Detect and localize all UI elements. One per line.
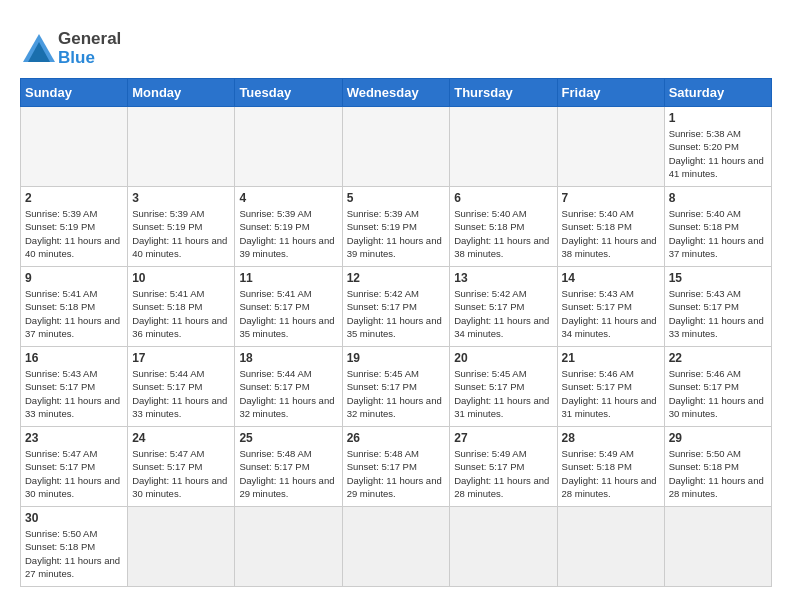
cell-content: Sunrise: 5:40 AMSunset: 5:18 PMDaylight:…	[454, 207, 552, 260]
calendar-cell: 12Sunrise: 5:42 AMSunset: 5:17 PMDayligh…	[342, 267, 450, 347]
week-row-2: 2Sunrise: 5:39 AMSunset: 5:19 PMDaylight…	[21, 187, 772, 267]
cell-content: Sunrise: 5:39 AMSunset: 5:19 PMDaylight:…	[25, 207, 123, 260]
week-row-3: 9Sunrise: 5:41 AMSunset: 5:18 PMDaylight…	[21, 267, 772, 347]
cell-content: Sunrise: 5:42 AMSunset: 5:17 PMDaylight:…	[347, 287, 446, 340]
week-row-5: 23Sunrise: 5:47 AMSunset: 5:17 PMDayligh…	[21, 427, 772, 507]
day-number: 8	[669, 191, 767, 205]
cell-content: Sunrise: 5:48 AMSunset: 5:17 PMDaylight:…	[347, 447, 446, 500]
logo: General Blue	[20, 30, 121, 68]
day-number: 10	[132, 271, 230, 285]
calendar-cell: 17Sunrise: 5:44 AMSunset: 5:17 PMDayligh…	[128, 347, 235, 427]
calendar-cell: 28Sunrise: 5:49 AMSunset: 5:18 PMDayligh…	[557, 427, 664, 507]
calendar-cell: 18Sunrise: 5:44 AMSunset: 5:17 PMDayligh…	[235, 347, 342, 427]
cell-content: Sunrise: 5:43 AMSunset: 5:17 PMDaylight:…	[562, 287, 660, 340]
calendar-cell	[235, 107, 342, 187]
calendar-cell: 21Sunrise: 5:46 AMSunset: 5:17 PMDayligh…	[557, 347, 664, 427]
week-row-6: 30Sunrise: 5:50 AMSunset: 5:18 PMDayligh…	[21, 507, 772, 587]
cell-content: Sunrise: 5:43 AMSunset: 5:17 PMDaylight:…	[669, 287, 767, 340]
week-row-1: 1Sunrise: 5:38 AMSunset: 5:20 PMDaylight…	[21, 107, 772, 187]
calendar-cell: 13Sunrise: 5:42 AMSunset: 5:17 PMDayligh…	[450, 267, 557, 347]
cell-content: Sunrise: 5:45 AMSunset: 5:17 PMDaylight:…	[454, 367, 552, 420]
day-number: 25	[239, 431, 337, 445]
day-number: 4	[239, 191, 337, 205]
day-number: 21	[562, 351, 660, 365]
cell-content: Sunrise: 5:46 AMSunset: 5:17 PMDaylight:…	[669, 367, 767, 420]
cell-content: Sunrise: 5:47 AMSunset: 5:17 PMDaylight:…	[132, 447, 230, 500]
calendar-cell	[557, 107, 664, 187]
day-number: 11	[239, 271, 337, 285]
day-number: 19	[347, 351, 446, 365]
logo-general: General	[58, 29, 121, 48]
day-number: 5	[347, 191, 446, 205]
cell-content: Sunrise: 5:44 AMSunset: 5:17 PMDaylight:…	[239, 367, 337, 420]
cell-content: Sunrise: 5:50 AMSunset: 5:18 PMDaylight:…	[669, 447, 767, 500]
logo-graphic	[20, 30, 58, 68]
calendar-cell: 2Sunrise: 5:39 AMSunset: 5:19 PMDaylight…	[21, 187, 128, 267]
cell-content: Sunrise: 5:49 AMSunset: 5:17 PMDaylight:…	[454, 447, 552, 500]
cell-content: Sunrise: 5:49 AMSunset: 5:18 PMDaylight:…	[562, 447, 660, 500]
cell-content: Sunrise: 5:40 AMSunset: 5:18 PMDaylight:…	[562, 207, 660, 260]
day-number: 24	[132, 431, 230, 445]
weekday-header-row: SundayMondayTuesdayWednesdayThursdayFrid…	[21, 79, 772, 107]
calendar-cell: 19Sunrise: 5:45 AMSunset: 5:17 PMDayligh…	[342, 347, 450, 427]
calendar-cell: 15Sunrise: 5:43 AMSunset: 5:17 PMDayligh…	[664, 267, 771, 347]
calendar-cell: 20Sunrise: 5:45 AMSunset: 5:17 PMDayligh…	[450, 347, 557, 427]
day-number: 12	[347, 271, 446, 285]
day-number: 20	[454, 351, 552, 365]
calendar-cell: 8Sunrise: 5:40 AMSunset: 5:18 PMDaylight…	[664, 187, 771, 267]
cell-content: Sunrise: 5:39 AMSunset: 5:19 PMDaylight:…	[132, 207, 230, 260]
day-number: 6	[454, 191, 552, 205]
day-number: 26	[347, 431, 446, 445]
cell-content: Sunrise: 5:40 AMSunset: 5:18 PMDaylight:…	[669, 207, 767, 260]
calendar-cell: 24Sunrise: 5:47 AMSunset: 5:17 PMDayligh…	[128, 427, 235, 507]
calendar-cell	[664, 507, 771, 587]
calendar-cell	[557, 507, 664, 587]
cell-content: Sunrise: 5:45 AMSunset: 5:17 PMDaylight:…	[347, 367, 446, 420]
calendar-cell	[450, 507, 557, 587]
day-number: 9	[25, 271, 123, 285]
day-number: 13	[454, 271, 552, 285]
day-number: 18	[239, 351, 337, 365]
day-number: 1	[669, 111, 767, 125]
cell-content: Sunrise: 5:48 AMSunset: 5:17 PMDaylight:…	[239, 447, 337, 500]
day-number: 29	[669, 431, 767, 445]
calendar-cell: 3Sunrise: 5:39 AMSunset: 5:19 PMDaylight…	[128, 187, 235, 267]
calendar-cell	[128, 507, 235, 587]
cell-content: Sunrise: 5:39 AMSunset: 5:19 PMDaylight:…	[347, 207, 446, 260]
header: General Blue	[20, 20, 772, 68]
calendar-cell: 23Sunrise: 5:47 AMSunset: 5:17 PMDayligh…	[21, 427, 128, 507]
cell-content: Sunrise: 5:41 AMSunset: 5:17 PMDaylight:…	[239, 287, 337, 340]
logo-blue: Blue	[58, 49, 121, 68]
calendar-cell	[21, 107, 128, 187]
weekday-header-tuesday: Tuesday	[235, 79, 342, 107]
calendar-cell	[128, 107, 235, 187]
calendar-cell: 30Sunrise: 5:50 AMSunset: 5:18 PMDayligh…	[21, 507, 128, 587]
calendar-cell: 27Sunrise: 5:49 AMSunset: 5:17 PMDayligh…	[450, 427, 557, 507]
day-number: 15	[669, 271, 767, 285]
day-number: 27	[454, 431, 552, 445]
weekday-header-friday: Friday	[557, 79, 664, 107]
calendar-cell: 10Sunrise: 5:41 AMSunset: 5:18 PMDayligh…	[128, 267, 235, 347]
calendar-cell: 29Sunrise: 5:50 AMSunset: 5:18 PMDayligh…	[664, 427, 771, 507]
calendar-cell: 22Sunrise: 5:46 AMSunset: 5:17 PMDayligh…	[664, 347, 771, 427]
calendar-cell: 4Sunrise: 5:39 AMSunset: 5:19 PMDaylight…	[235, 187, 342, 267]
calendar: SundayMondayTuesdayWednesdayThursdayFrid…	[20, 78, 772, 587]
cell-content: Sunrise: 5:43 AMSunset: 5:17 PMDaylight:…	[25, 367, 123, 420]
calendar-cell: 14Sunrise: 5:43 AMSunset: 5:17 PMDayligh…	[557, 267, 664, 347]
week-row-4: 16Sunrise: 5:43 AMSunset: 5:17 PMDayligh…	[21, 347, 772, 427]
day-number: 2	[25, 191, 123, 205]
calendar-cell: 9Sunrise: 5:41 AMSunset: 5:18 PMDaylight…	[21, 267, 128, 347]
day-number: 30	[25, 511, 123, 525]
cell-content: Sunrise: 5:38 AMSunset: 5:20 PMDaylight:…	[669, 127, 767, 180]
day-number: 3	[132, 191, 230, 205]
weekday-header-sunday: Sunday	[21, 79, 128, 107]
cell-content: Sunrise: 5:41 AMSunset: 5:18 PMDaylight:…	[132, 287, 230, 340]
weekday-header-saturday: Saturday	[664, 79, 771, 107]
calendar-cell: 11Sunrise: 5:41 AMSunset: 5:17 PMDayligh…	[235, 267, 342, 347]
cell-content: Sunrise: 5:50 AMSunset: 5:18 PMDaylight:…	[25, 527, 123, 580]
day-number: 16	[25, 351, 123, 365]
cell-content: Sunrise: 5:41 AMSunset: 5:18 PMDaylight:…	[25, 287, 123, 340]
calendar-cell	[342, 107, 450, 187]
calendar-cell	[342, 507, 450, 587]
calendar-cell: 6Sunrise: 5:40 AMSunset: 5:18 PMDaylight…	[450, 187, 557, 267]
